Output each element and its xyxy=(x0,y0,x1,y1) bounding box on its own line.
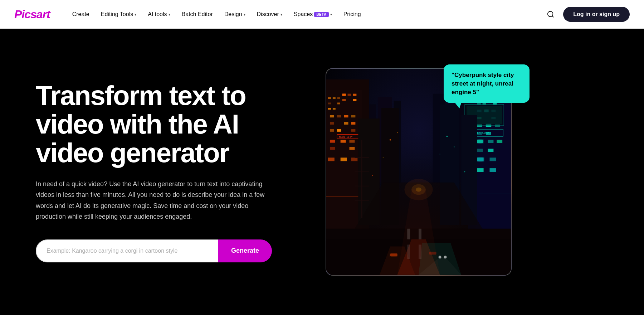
svg-rect-37 xyxy=(341,140,346,143)
svg-point-104 xyxy=(372,175,373,176)
nav-label-editing-tools: Editing Tools xyxy=(101,11,133,18)
hero-title: Transform text to video with the AI vide… xyxy=(36,81,293,167)
hero-left: Transform text to video with the AI vide… xyxy=(36,81,293,262)
nav-links: Create Editing Tools ▾ AI tools ▾ Batch … xyxy=(67,8,544,20)
chevron-down-icon: ▾ xyxy=(244,13,245,16)
nav-label-spaces: Spaces xyxy=(294,11,313,18)
nav-label-batch-editor: Batch Editor xyxy=(182,11,213,18)
svg-rect-116 xyxy=(390,253,397,256)
svg-line-1 xyxy=(552,16,553,17)
svg-point-103 xyxy=(440,154,440,154)
svg-rect-41 xyxy=(328,158,335,161)
search-button[interactable] xyxy=(544,8,557,21)
beta-badge: BETA xyxy=(314,12,328,17)
svg-point-101 xyxy=(446,136,448,137)
chevron-down-icon: ▾ xyxy=(169,13,170,16)
svg-rect-67 xyxy=(477,140,483,143)
svg-rect-38 xyxy=(350,140,355,143)
svg-rect-19 xyxy=(328,108,331,110)
svg-rect-27 xyxy=(337,115,341,117)
svg-rect-22 xyxy=(348,94,351,96)
svg-rect-42 xyxy=(341,158,347,161)
svg-rect-73 xyxy=(489,158,496,161)
svg-point-105 xyxy=(464,171,465,173)
svg-rect-28 xyxy=(344,115,348,117)
svg-rect-33 xyxy=(330,129,334,132)
svg-rect-17 xyxy=(328,103,331,105)
svg-text:NEON CITY: NEON CITY xyxy=(339,136,353,139)
svg-rect-36 xyxy=(330,140,335,143)
svg-rect-74 xyxy=(477,168,484,172)
nav-label-create: Create xyxy=(72,11,89,18)
nav-item-design[interactable]: Design ▾ xyxy=(219,8,250,20)
svg-rect-117 xyxy=(429,252,436,255)
nav-item-batch-editor[interactable]: Batch Editor xyxy=(177,8,218,20)
speech-bubble: "Cyberpunk style city street at night, u… xyxy=(444,64,530,103)
svg-rect-75 xyxy=(489,168,496,172)
svg-rect-29 xyxy=(351,115,355,117)
svg-rect-20 xyxy=(333,108,336,110)
generate-button[interactable]: Generate xyxy=(218,239,272,262)
svg-rect-68 xyxy=(488,140,494,143)
nav-label-ai-tools: AI tools xyxy=(148,11,167,18)
svg-rect-32 xyxy=(351,122,355,125)
picsart-logo[interactable]: Picsart xyxy=(14,8,50,21)
nav-item-editing-tools[interactable]: Editing Tools ▾ xyxy=(96,8,141,20)
svg-rect-26 xyxy=(330,115,334,117)
svg-rect-72 xyxy=(477,158,484,161)
svg-rect-39 xyxy=(330,147,335,150)
svg-rect-71 xyxy=(488,149,494,152)
svg-rect-25 xyxy=(353,99,356,101)
nav-label-design: Design xyxy=(224,11,242,18)
nav-label-discover: Discover xyxy=(257,11,279,18)
hero-right: "Cyberpunk style city street at night, u… xyxy=(315,68,522,276)
svg-rect-14 xyxy=(328,97,331,99)
svg-rect-69 xyxy=(497,140,502,143)
svg-rect-40 xyxy=(350,147,355,150)
svg-rect-35 xyxy=(351,129,355,132)
nav-label-pricing: Pricing xyxy=(343,11,361,18)
svg-rect-43 xyxy=(351,158,357,161)
svg-point-102 xyxy=(454,146,455,147)
svg-rect-31 xyxy=(344,122,348,125)
svg-rect-21 xyxy=(342,94,346,96)
nav-item-spaces[interactable]: Spaces BETA ▾ xyxy=(289,8,337,20)
hero-section: Transform text to video with the AI vide… xyxy=(0,29,644,315)
chevron-down-icon: ▾ xyxy=(135,13,136,16)
navbar: Picsart Create Editing Tools ▾ AI tools … xyxy=(0,0,644,29)
login-button[interactable]: Log in or sign up xyxy=(563,7,630,22)
svg-rect-15 xyxy=(333,97,336,99)
svg-rect-23 xyxy=(353,94,356,96)
nav-item-create[interactable]: Create xyxy=(67,8,94,20)
hero-input-row: Generate xyxy=(36,239,272,262)
nav-item-pricing[interactable]: Pricing xyxy=(338,8,366,20)
svg-rect-70 xyxy=(477,149,483,152)
search-icon xyxy=(547,10,555,18)
svg-rect-30 xyxy=(330,122,334,125)
chevron-down-icon: ▾ xyxy=(330,13,332,16)
svg-point-98 xyxy=(390,139,391,141)
prompt-input[interactable] xyxy=(36,239,218,262)
hero-subtitle: In need of a quick video? Use the AI vid… xyxy=(36,179,279,222)
svg-rect-34 xyxy=(337,129,341,132)
nav-item-ai-tools[interactable]: AI tools ▾ xyxy=(143,8,175,20)
svg-point-100 xyxy=(383,157,384,158)
nav-item-discover[interactable]: Discover ▾ xyxy=(252,8,287,20)
chevron-down-icon: ▾ xyxy=(280,13,282,16)
svg-point-0 xyxy=(548,11,553,17)
svg-point-99 xyxy=(397,132,398,133)
svg-rect-18 xyxy=(337,103,340,105)
svg-rect-24 xyxy=(342,99,346,101)
svg-rect-16 xyxy=(337,97,340,99)
nav-right: Log in or sign up xyxy=(544,7,630,22)
